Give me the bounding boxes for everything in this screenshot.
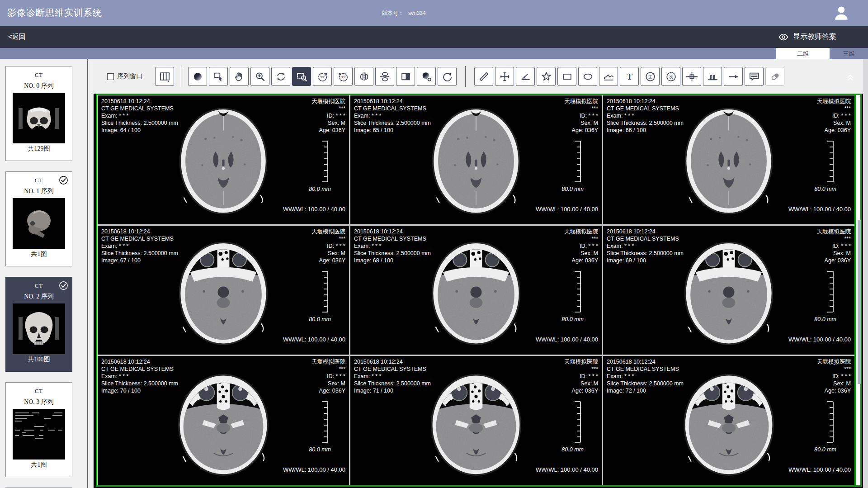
series-window-checkbox[interactable]: 序列窗口 — [107, 72, 142, 81]
device-name: CT GE MEDICAL SYSTEMS — [354, 235, 431, 242]
scale-label: 80.0 mm — [309, 446, 331, 453]
flip-horizontal-button[interactable] — [354, 67, 373, 86]
patient-id: ID: * * * — [564, 242, 598, 250]
back-button[interactable]: <返回 — [8, 33, 26, 41]
image-index: Image: 72 / 100 — [607, 387, 684, 394]
show-teacher-answer-button[interactable]: 显示教师答案 — [778, 26, 836, 48]
cell-overlay-right: 天堰模拟医院 *** ID: * * * Sex: M Age: 036Y — [564, 228, 598, 264]
viewer-cell-7[interactable]: 20150618 10:12:24 CT GE MEDICAL SYSTEMS … — [350, 356, 602, 485]
window-sphere-button[interactable] — [188, 67, 207, 86]
primary-mark-button[interactable]: 主 — [641, 67, 660, 86]
svg-text:主: 主 — [648, 74, 652, 79]
zoom-in-button[interactable] — [250, 67, 269, 86]
ct-slice-image — [672, 228, 785, 352]
secondary-mark-button[interactable]: 次 — [661, 67, 680, 86]
patient-sex: Sex: M — [564, 250, 598, 257]
device-name: CT GE MEDICAL SYSTEMS — [354, 105, 431, 112]
scale-ruler-icon — [321, 271, 328, 314]
window-width-level: WW/WL: 100.00 / 40.00 — [283, 336, 345, 343]
slice-thickness: Slice Thickness: 2.500000 mm — [101, 119, 178, 127]
medical-imaging-app: 影像诊断思维实训系统 版本号：svn334 <返回 显示教师答案 二维 三维 C… — [0, 0, 868, 488]
cross-measure-button[interactable] — [495, 67, 514, 86]
hospital-name: 天堰模拟医院 — [311, 228, 345, 235]
slice-thickness: Slice Thickness: 2.500000 mm — [607, 250, 684, 257]
series-thumbnail — [13, 198, 65, 249]
study-datetime: 20150618 10:12:24 — [101, 358, 178, 365]
rect-annotation-button[interactable] — [557, 67, 576, 86]
hospital-name: 天堰模拟医院 — [311, 98, 345, 105]
scale-label: 80.0 mm — [309, 316, 331, 322]
invert-button[interactable] — [396, 67, 415, 86]
length-measure-button[interactable] — [474, 67, 493, 86]
curve-annotation-button[interactable] — [599, 67, 618, 86]
series-count: 共1图 — [6, 250, 72, 258]
tab-2d[interactable]: 二维 — [776, 48, 830, 59]
series-thumbnail — [13, 93, 65, 143]
viewer-cell-4[interactable]: 20150618 10:12:24 CT GE MEDICAL SYSTEMS … — [350, 226, 602, 355]
series-card-0[interactable]: CT NO. 0 序列 共129图 — [5, 66, 72, 161]
angle-measure-button[interactable] — [516, 67, 535, 86]
window-scrollbar-strip — [863, 59, 868, 488]
patient-sex: Sex: M — [817, 380, 851, 387]
viewer-cell-6[interactable]: 20150618 10:12:24 CT GE MEDICAL SYSTEMS … — [98, 356, 349, 485]
rotate-button[interactable] — [271, 67, 290, 86]
cell-overlay-right: 天堰模拟医院 *** ID: * * * Sex: M Age: 036Y — [817, 98, 851, 134]
viewer-cell-5[interactable]: 20150618 10:12:24 CT GE MEDICAL SYSTEMS … — [603, 226, 854, 355]
select-button[interactable] — [209, 67, 228, 86]
rotate-90-cw-button[interactable]: 90° — [334, 67, 353, 86]
cell-overlay-left: 20150618 10:12:24 CT GE MEDICAL SYSTEMS … — [607, 358, 684, 394]
roi-box-button[interactable] — [682, 67, 701, 86]
show-teacher-answer-label: 显示教师答案 — [793, 32, 836, 42]
series-card-3[interactable]: CT NO. 3 序列 共1图 — [5, 382, 72, 477]
check-circle-icon — [58, 175, 69, 185]
viewer-cell-8[interactable]: 20150618 10:12:24 CT GE MEDICAL SYSTEMS … — [603, 356, 854, 485]
cell-overlay-left: 20150618 10:12:24 CT GE MEDICAL SYSTEMS … — [354, 228, 431, 264]
study-datetime: 20150618 10:12:24 — [607, 358, 684, 365]
ct-slice-image — [672, 98, 785, 222]
hospital-name: 天堰模拟医院 — [564, 228, 598, 235]
eraser-button[interactable] — [765, 67, 784, 86]
ellipse-annotation-button[interactable] — [578, 67, 597, 86]
svg-text:90°: 90° — [320, 75, 325, 79]
star-annotation-button[interactable] — [537, 67, 556, 86]
viewer-cell-2[interactable]: 20150618 10:12:24 CT GE MEDICAL SYSTEMS … — [603, 95, 854, 224]
flip-vertical-button[interactable] — [375, 67, 394, 86]
window-width-level: WW/WL: 100.00 / 40.00 — [788, 206, 851, 213]
checkbox-box[interactable] — [107, 73, 114, 80]
viewer-cell-0[interactable]: 20150618 10:12:24 CT GE MEDICAL SYSTEMS … — [98, 95, 349, 224]
collapse-toolbar-button[interactable] — [845, 71, 856, 82]
cell-overlay-right: 天堰模拟医院 *** ID: * * * Sex: M Age: 036Y — [817, 228, 851, 264]
arrow-annotation-button[interactable] — [724, 67, 743, 86]
reset-button[interactable] — [438, 67, 457, 86]
comment-annotation-button[interactable] — [745, 67, 764, 86]
viewer-scrollbar-thumb[interactable] — [858, 220, 861, 384]
viewer-cell-3[interactable]: 20150618 10:12:24 CT GE MEDICAL SYSTEMS … — [98, 226, 349, 355]
patient-sex: Sex: M — [311, 119, 345, 127]
text-annotation-button[interactable]: T — [620, 67, 639, 86]
tab-3d[interactable]: 三维 — [830, 48, 868, 59]
viewer-cell-1[interactable]: 20150618 10:12:24 CT GE MEDICAL SYSTEMS … — [350, 95, 602, 224]
series-card-1[interactable]: CT NO. 1 序列 共1图 — [5, 171, 72, 266]
series-count: 共100图 — [6, 355, 72, 364]
scale-ruler-icon — [827, 141, 834, 184]
window-level-button[interactable] — [417, 67, 436, 86]
study-datetime: 20150618 10:12:24 — [354, 358, 431, 365]
rotate-90-ccw-button[interactable]: 90° — [313, 67, 332, 86]
stars: *** — [311, 235, 345, 242]
user-icon[interactable] — [832, 4, 851, 22]
exam-label: Exam: * * * — [607, 242, 684, 250]
series-card-2[interactable]: CT NO. 2 序列 共100图 — [5, 277, 72, 372]
pan-button[interactable] — [230, 67, 249, 86]
ct-slice-image — [672, 359, 785, 483]
patient-age: Age: 036Y — [311, 387, 345, 394]
region-zoom-button[interactable] — [292, 67, 311, 86]
layout-button[interactable] — [155, 67, 174, 86]
exam-label: Exam: * * * — [607, 112, 684, 119]
viewer-scrollbar[interactable] — [854, 95, 860, 485]
device-name: CT GE MEDICAL SYSTEMS — [607, 105, 684, 112]
patient-id: ID: * * * — [817, 112, 851, 119]
ct-slice-image — [420, 98, 533, 222]
window-width-level: WW/WL: 100.00 / 40.00 — [536, 206, 598, 213]
series-count: 共1图 — [6, 461, 72, 469]
profile-measure-button[interactable] — [703, 67, 722, 86]
